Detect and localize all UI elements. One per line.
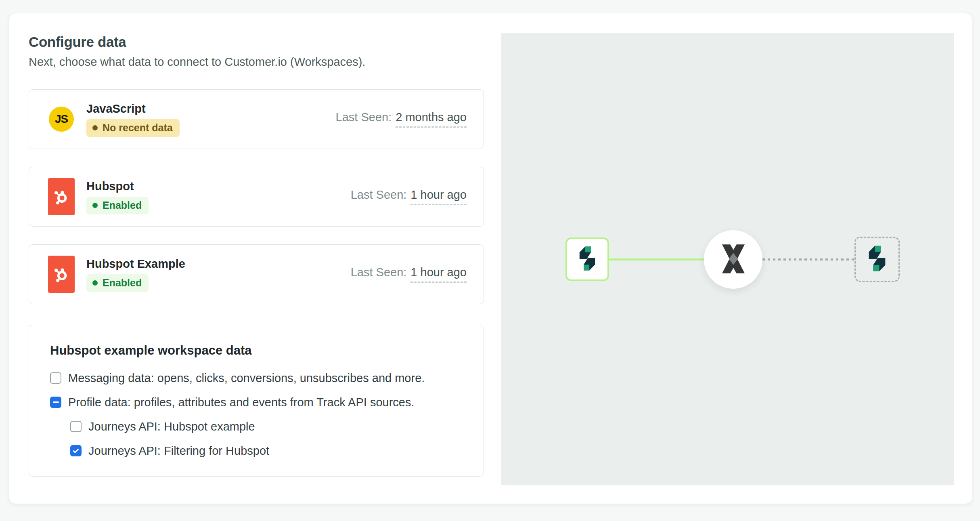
workspace-option-row: Profile data: profiles, attributes and e… (50, 395, 464, 409)
source-name: Hubspot (86, 179, 149, 193)
checkbox-label: Journeys API: Filtering for Hubspot (88, 444, 269, 458)
checkbox-label: Profile data: profiles, attributes and e… (68, 395, 415, 409)
last-seen-label: Last Seen: (351, 266, 407, 279)
workspace-option-row: Journeys API: Hubspot example (70, 420, 464, 433)
status-badge: No recent data (86, 119, 180, 137)
journeys-workspace-icon (863, 245, 891, 274)
javascript-icon: JS (49, 107, 74, 132)
source-info: Hubspot ExampleEnabled (86, 257, 185, 292)
source-info: JavaScriptNo recent data (86, 102, 180, 137)
checkbox-label: Messaging data: opens, clicks, conversio… (68, 371, 425, 385)
status-label: No recent data (103, 122, 173, 134)
last-seen-label: Last Seen: (351, 188, 407, 202)
status-badge: Enabled (86, 197, 149, 214)
status-label: Enabled (103, 277, 142, 289)
last-seen-value[interactable]: 1 hour ago (410, 266, 467, 283)
last-seen-value[interactable]: 2 months ago (396, 111, 467, 128)
source-info: HubspotEnabled (86, 179, 149, 214)
checkbox-checked[interactable] (70, 445, 82, 456)
journeys-workspace-icon (574, 246, 600, 273)
checkbox-label: Journeys API: Hubspot example (88, 420, 255, 433)
data-pipelines-x-icon (722, 244, 745, 275)
status-dot-icon (92, 125, 98, 130)
source-icon-column (47, 256, 76, 293)
last-seen: Last Seen:2 months ago (336, 111, 467, 128)
configuration-column: Configure data Next, choose what data to… (29, 33, 484, 484)
workspace-option-row: Journeys API: Filtering for Hubspot (70, 444, 464, 458)
workspace-options-list: Messaging data: opens, clicks, conversio… (50, 371, 464, 458)
last-seen-label: Last Seen: (336, 111, 392, 124)
status-dot-icon (92, 203, 98, 208)
source-icon-column (47, 178, 76, 215)
connector-solid-line (609, 258, 704, 260)
source-card[interactable]: JSJavaScriptNo recent dataLast Seen:2 mo… (29, 89, 484, 149)
checkbox-indeterminate[interactable] (50, 397, 61, 408)
source-card[interactable]: Hubspot ExampleEnabledLast Seen:1 hour a… (29, 244, 484, 304)
configure-data-card: Configure data Next, choose what data to… (9, 13, 972, 504)
diagram-pipelines-node (704, 230, 762, 289)
diagram-source-node (565, 237, 609, 281)
hubspot-icon (48, 178, 75, 215)
workspace-option-row: Messaging data: opens, clicks, conversio… (50, 371, 464, 385)
connection-diagram-panel (501, 33, 954, 485)
source-name: JavaScript (86, 102, 180, 116)
source-list: JSJavaScriptNo recent dataLast Seen:2 mo… (29, 89, 484, 304)
workspace-section-title: Hubspot example workspace data (50, 343, 464, 358)
status-label: Enabled (103, 200, 142, 211)
page-title: Configure data (29, 33, 484, 51)
hubspot-icon (48, 256, 75, 293)
status-dot-icon (92, 280, 98, 286)
checkbox-unchecked[interactable] (50, 372, 61, 384)
last-seen: Last Seen:1 hour ago (351, 188, 467, 205)
checkbox-unchecked[interactable] (70, 421, 82, 432)
source-card[interactable]: HubspotEnabledLast Seen:1 hour ago (29, 167, 484, 227)
workspace-data-card: Hubspot example workspace data Messaging… (29, 325, 484, 477)
source-icon-column: JS (47, 107, 76, 132)
status-badge: Enabled (86, 274, 149, 292)
last-seen-value[interactable]: 1 hour ago (410, 188, 467, 205)
connector-dotted-line (762, 258, 854, 260)
diagram-destination-node (854, 237, 900, 282)
page-subtitle: Next, choose what data to connect to Cus… (29, 54, 484, 69)
indeterminate-bar-icon (53, 401, 59, 403)
source-name: Hubspot Example (86, 257, 185, 271)
last-seen: Last Seen:1 hour ago (351, 266, 467, 283)
